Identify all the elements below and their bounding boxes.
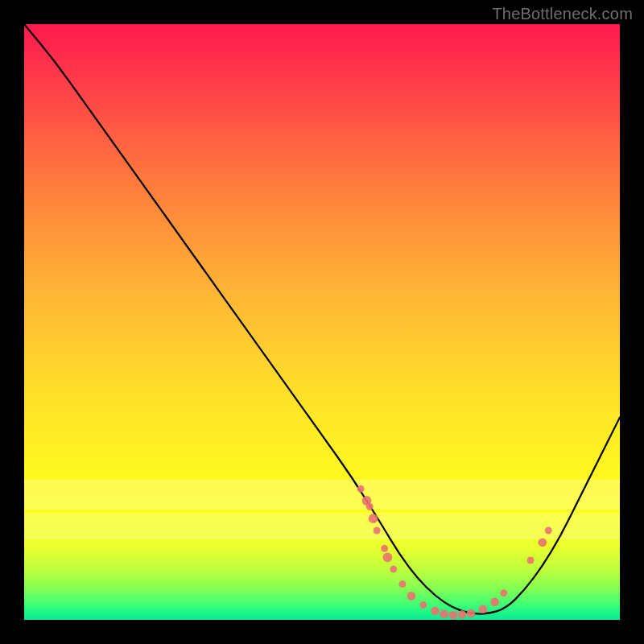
curve-marker: [357, 485, 365, 493]
curve-marker: [419, 601, 427, 609]
curve-marker: [431, 607, 440, 616]
curve-marker: [545, 527, 552, 535]
curve-marker: [458, 610, 467, 619]
bottleneck-curve: [24, 24, 620, 614]
curve-marker: [478, 605, 487, 613]
curve-marker: [407, 592, 416, 601]
curve-marker: [381, 545, 388, 552]
curve-marker: [490, 597, 499, 606]
curve-marker: [500, 589, 507, 597]
curve-marker: [448, 611, 457, 620]
curve-marker: [374, 527, 381, 535]
curve-marker: [527, 557, 535, 564]
chart-svg: [24, 24, 620, 620]
chart-markers: [357, 485, 552, 620]
curve-marker: [383, 552, 393, 562]
curve-marker: [467, 609, 476, 618]
attribution-text: TheBottleneck.com: [492, 5, 633, 23]
curve-marker: [440, 609, 448, 618]
curve-marker: [538, 538, 547, 547]
curve-marker: [390, 566, 397, 573]
curve-marker: [366, 503, 374, 510]
chart-plot-area: [24, 24, 620, 620]
curve-marker: [398, 580, 406, 588]
curve-marker: [369, 514, 378, 523]
